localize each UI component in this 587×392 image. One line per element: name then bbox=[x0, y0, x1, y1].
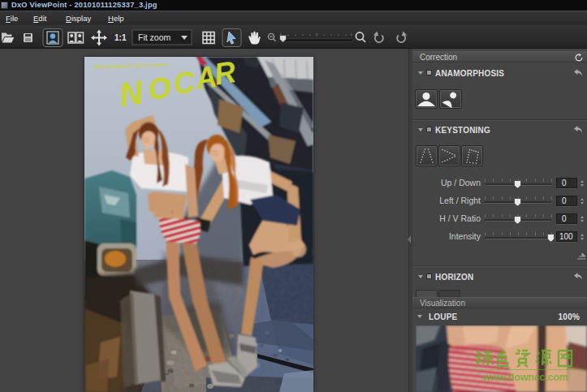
svg-text:Fit zoom: Fit zoom bbox=[138, 32, 171, 42]
svg-text:1:1: 1:1 bbox=[114, 33, 127, 42]
